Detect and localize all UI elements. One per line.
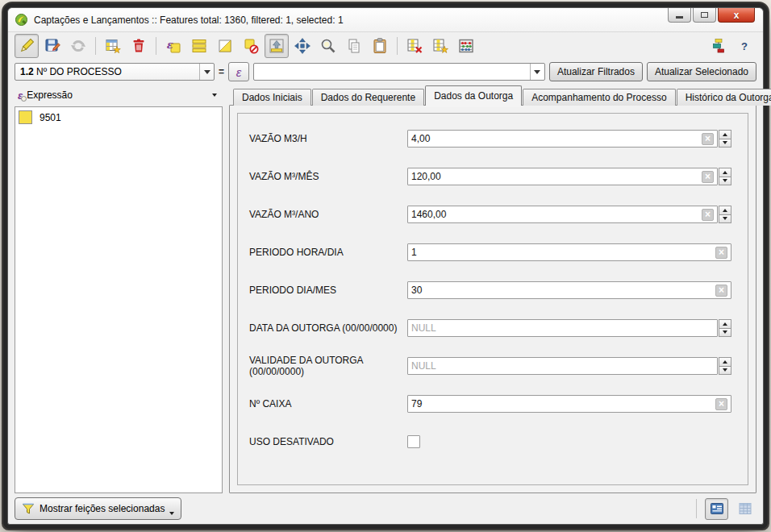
toggle-editing-button[interactable] [15, 34, 39, 58]
close-button[interactable]: x [718, 8, 755, 23]
periodo-dia-mes-input[interactable] [408, 285, 715, 296]
uso-desativado-checkbox[interactable] [407, 435, 420, 448]
clear-value-icon[interactable] [702, 171, 714, 183]
clear-value-icon[interactable] [702, 133, 714, 145]
n-caixa-input[interactable] [408, 398, 715, 409]
spin-up-button[interactable] [719, 130, 731, 139]
data-outorga-spinbox[interactable] [407, 319, 718, 337]
pencil-icon [18, 37, 35, 55]
periodo-hora-dia-input[interactable] [408, 247, 715, 258]
clear-value-icon[interactable] [702, 209, 714, 221]
tab-dados-do-requerente[interactable]: Dados do Requerente [312, 89, 424, 106]
expression-search-icon: ε [18, 89, 23, 102]
vazao-m3h-spinbox[interactable] [407, 130, 718, 148]
delete-column-icon [406, 37, 423, 55]
select-by-expression-button[interactable]: ε [161, 34, 185, 58]
spin-up-button[interactable] [719, 319, 731, 329]
vazao-m3mes-input[interactable] [408, 171, 702, 182]
spin-down-button[interactable] [719, 329, 731, 338]
form-row: VAZÃO M3/H [249, 130, 743, 148]
dropdown-arrow-icon [169, 512, 174, 515]
pan-to-selected-button[interactable] [290, 34, 315, 58]
invert-selection-button[interactable] [213, 34, 237, 58]
paste-features-button[interactable] [368, 34, 392, 58]
add-feature-button[interactable] [101, 34, 125, 58]
tab-dados-da-outorga[interactable]: Dados da Outorga [425, 85, 522, 106]
spin-down-button[interactable] [719, 139, 731, 148]
filter-field-selector[interactable]: 1.2 Nº DO PROCESSO [15, 63, 215, 81]
feature-list[interactable]: 9501 [15, 106, 223, 493]
copy-selected-rows-button[interactable] [342, 34, 366, 58]
data-outorga-input[interactable] [408, 322, 717, 334]
vazao-m3h-input[interactable] [408, 133, 702, 144]
tab-historico-da-outorga[interactable]: Histórico da Outorga [677, 89, 771, 106]
n-caixa-field[interactable] [407, 395, 731, 413]
filter-value-combobox[interactable] [253, 63, 545, 81]
form-row: Nº CAIXA [249, 395, 743, 413]
table-view-button[interactable] [733, 498, 756, 520]
validade-outorga-spinbox[interactable] [407, 357, 718, 375]
clear-value-icon[interactable] [715, 247, 727, 259]
expression-builder-button[interactable]: ε [228, 62, 249, 81]
move-selection-to-top-button[interactable] [265, 34, 289, 58]
deselect-all-button[interactable] [239, 34, 263, 58]
window-title: Captações e Lançamentos :: Features tota… [34, 15, 344, 26]
update-filtered-button[interactable]: Atualizar Filtrados [549, 62, 643, 81]
help-button[interactable]: ? [732, 34, 756, 58]
table-star-icon [104, 37, 122, 55]
move-selection-top-icon [268, 37, 285, 55]
select-all-button[interactable] [187, 34, 211, 58]
clear-value-icon[interactable] [715, 398, 727, 410]
tab-dados-iniciais[interactable]: Dados Iniciais [233, 89, 311, 106]
update-selected-button[interactable]: Atualizar Selecionado [647, 62, 756, 81]
reload-button[interactable] [66, 34, 90, 58]
dock-attribute-table-button[interactable] [706, 34, 731, 58]
feature-list-item[interactable]: 9501 [15, 107, 222, 127]
delete-column-button[interactable] [402, 34, 427, 58]
periodo-dia-mes-field[interactable] [407, 281, 731, 299]
feature-list-panel: ε Expressão 9501 [15, 85, 223, 493]
trash-icon [130, 37, 148, 55]
save-edits-button[interactable] [40, 34, 65, 58]
feature-id-label: 9501 [38, 111, 74, 124]
spin-down-button[interactable] [719, 215, 731, 224]
spin-up-button[interactable] [719, 357, 731, 367]
clear-value-icon[interactable] [715, 285, 727, 297]
filter-field-prefix: 1.2 [20, 66, 34, 77]
vazao-m3mes-spinbox[interactable] [407, 168, 718, 185]
minimize-icon [676, 16, 683, 19]
vazao-m3ano-input[interactable] [408, 209, 702, 220]
minimize-button[interactable] [668, 8, 691, 23]
validade-outorga-input[interactable] [408, 360, 717, 372]
magnifier-icon [319, 37, 337, 55]
periodo-hora-dia-field[interactable] [407, 243, 731, 261]
filter-value-input[interactable] [259, 65, 528, 78]
field-label: PERIODO HORA/DIA [249, 247, 407, 258]
spin-down-button[interactable] [719, 367, 731, 376]
spin-up-button[interactable] [719, 206, 731, 215]
pan-arrows-icon [294, 37, 311, 55]
spin-down-button[interactable] [719, 177, 731, 186]
dropdown-arrow-icon [212, 94, 217, 97]
refresh-icon [69, 37, 87, 55]
list-mode-label: Expressão [27, 89, 208, 101]
field-label: PERIODO DIA/MES [249, 285, 407, 296]
spin-up-button[interactable] [719, 168, 731, 177]
maximize-button[interactable] [693, 8, 716, 23]
form-view-button[interactable] [705, 498, 728, 520]
spin-buttons [719, 357, 731, 375]
zoom-to-selected-button[interactable] [316, 34, 340, 58]
list-mode-selector[interactable]: ε Expressão [15, 85, 223, 105]
spin-buttons [719, 319, 731, 337]
new-column-button[interactable] [428, 34, 452, 58]
open-field-calculator-button[interactable] [454, 34, 478, 58]
clipboard-icon [371, 37, 389, 55]
dropdown-arrow-icon [530, 64, 544, 80]
title-bar[interactable]: Captações e Lançamentos :: Features tota… [8, 8, 763, 32]
show-selected-features-button[interactable]: Mostrar feições selecionadas [15, 497, 181, 520]
tab-acompanhamento-do-processo[interactable]: Acompanhamento do Processo [523, 89, 675, 106]
delete-selected-features-button[interactable] [127, 34, 151, 58]
field-label: Nº CAIXA [249, 398, 407, 409]
vazao-m3ano-spinbox[interactable] [407, 206, 718, 223]
main-area: ε Expressão 9501 Dados Iniciais Dados do… [8, 84, 763, 493]
